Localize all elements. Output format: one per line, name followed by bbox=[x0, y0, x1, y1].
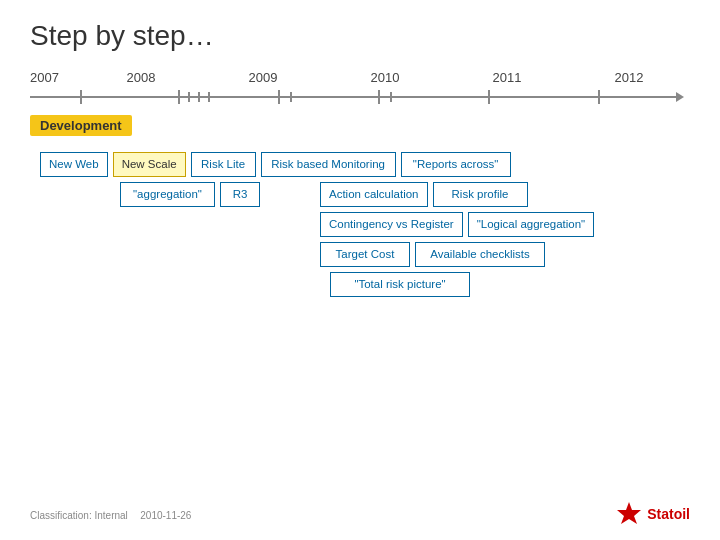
box-available-checklists: Available checklists bbox=[415, 242, 545, 267]
box-new-web: New Web bbox=[40, 152, 108, 177]
box-new-scale: New Scale bbox=[113, 152, 186, 177]
tick-2009-1 bbox=[278, 90, 280, 104]
box-r3: R3 bbox=[220, 182, 260, 207]
footer-classification: Classification: Internal 2010-11-26 bbox=[30, 505, 191, 523]
tick-2012-1 bbox=[598, 90, 600, 104]
page-title: Step by step… bbox=[30, 20, 690, 52]
statoil-logo: Statoil bbox=[615, 500, 690, 528]
statoil-icon bbox=[615, 500, 643, 528]
row-4: Target Cost Available checklists bbox=[215, 242, 690, 267]
tick-2007 bbox=[80, 90, 82, 104]
year-2011: 2011 bbox=[446, 70, 568, 85]
row-5: "Total risk picture" bbox=[330, 272, 690, 297]
box-reports-across: "Reports across" bbox=[401, 152, 511, 177]
box-risk-profile: Risk profile bbox=[433, 182, 528, 207]
timeline-line-container bbox=[30, 89, 690, 105]
footer: Classification: Internal 2010-11-26 Stat… bbox=[30, 500, 690, 528]
timeline-arrow bbox=[676, 92, 684, 102]
timeline: 2007 2008 2009 2010 2011 2012 bbox=[30, 70, 690, 105]
row-1: New Web New Scale Risk Lite Risk based M… bbox=[40, 152, 690, 177]
timeline-line bbox=[30, 96, 678, 98]
box-risk-based-monitoring: Risk based Monitoring bbox=[261, 152, 396, 177]
box-logical-aggregation: "Logical aggregation" bbox=[468, 212, 595, 237]
box-total-risk-picture: "Total risk picture" bbox=[330, 272, 470, 297]
page: Step by step… 2007 2008 2009 2010 2011 2… bbox=[0, 0, 720, 540]
box-target-cost: Target Cost bbox=[320, 242, 410, 267]
tick-2008-1 bbox=[178, 90, 180, 104]
box-action-calculation: Action calculation bbox=[320, 182, 428, 207]
footer-date: 2010-11-26 bbox=[140, 510, 191, 521]
statoil-name: Statoil bbox=[647, 506, 690, 522]
row-3: Contingency vs Register "Logical aggrega… bbox=[215, 212, 690, 237]
box-contingency-vs-register: Contingency vs Register bbox=[320, 212, 463, 237]
tick-2009-2 bbox=[290, 92, 292, 102]
year-2012: 2012 bbox=[568, 70, 690, 85]
content-rows: New Web New Scale Risk Lite Risk based M… bbox=[40, 152, 690, 297]
tick-2008-3 bbox=[198, 92, 200, 102]
tick-2008-4 bbox=[208, 92, 210, 102]
year-2009: 2009 bbox=[202, 70, 324, 85]
year-2008: 2008 bbox=[80, 70, 202, 85]
box-aggregation: "aggregation" bbox=[120, 182, 215, 207]
tick-2011-1 bbox=[488, 90, 490, 104]
year-2007: 2007 bbox=[30, 70, 80, 85]
tick-2008-2 bbox=[188, 92, 190, 102]
year-2010: 2010 bbox=[324, 70, 446, 85]
box-risk-lite: Risk Lite bbox=[191, 152, 256, 177]
row-2: "aggregation" R3 Action calculation Risk… bbox=[120, 182, 690, 207]
development-label: Development bbox=[30, 115, 132, 136]
timeline-years-row: 2007 2008 2009 2010 2011 2012 bbox=[30, 70, 690, 85]
tick-2010-2 bbox=[390, 92, 392, 102]
classification-text: Classification: Internal bbox=[30, 510, 128, 521]
tick-2010-1 bbox=[378, 90, 380, 104]
svg-marker-0 bbox=[617, 502, 641, 524]
